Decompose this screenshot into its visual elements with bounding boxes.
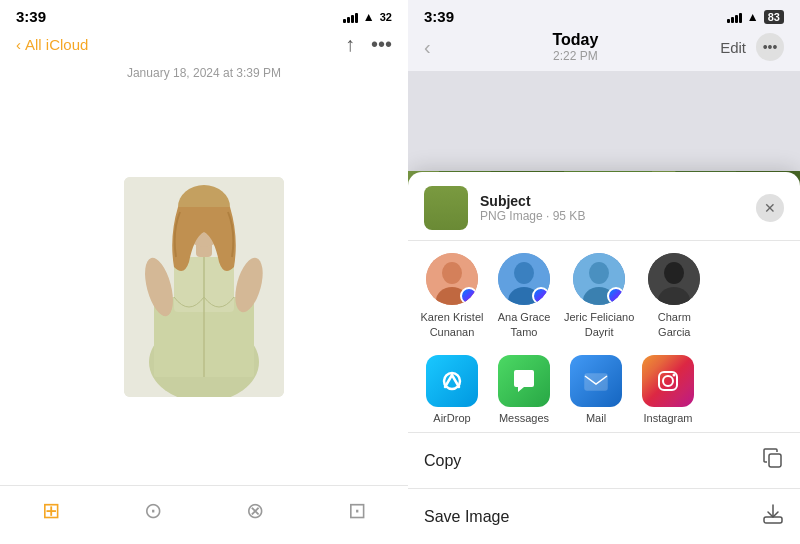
camera-tab-icon[interactable]: ⊙ <box>144 498 162 524</box>
svg-point-36 <box>673 374 676 377</box>
share-file-info: PNG Image · 95 KB <box>480 209 756 223</box>
nav-subtitle: 2:22 PM <box>552 49 598 63</box>
messenger-badge <box>460 287 478 305</box>
mail-label: Mail <box>586 412 606 424</box>
photo-date: January 18, 2024 at 3:39 PM <box>0 64 408 88</box>
signal-icon <box>343 11 358 23</box>
svg-point-24 <box>514 262 534 284</box>
svg-point-35 <box>663 376 673 386</box>
edit-button[interactable]: Edit <box>720 39 746 56</box>
airdrop-app-item[interactable]: AirDrop <box>416 355 488 424</box>
content-top-area <box>408 71 800 171</box>
left-nav: ‹ All iCloud ↑ ••• <box>0 29 408 64</box>
nav-title: Today <box>552 31 598 49</box>
right-wifi-icon: ▲ <box>747 10 759 24</box>
nav-icons: ↑ ••• <box>345 33 392 56</box>
contact-name-2: Ana GraceTamo <box>498 310 551 339</box>
albums-tab-icon[interactable]: ⊗ <box>246 498 264 524</box>
contact-avatar-4 <box>648 253 700 305</box>
contact-item[interactable]: CharmGarcia <box>638 253 710 339</box>
left-status-bar: 3:39 ▲ 32 <box>0 0 408 29</box>
messages-icon <box>498 355 550 407</box>
share-thumbnail <box>424 186 468 230</box>
left-status-icons: ▲ 32 <box>343 10 392 24</box>
contact-item[interactable]: Jeric FelicianoDayrit <box>560 253 638 339</box>
airdrop-icon <box>426 355 478 407</box>
contact-item[interactable]: Ana GraceTamo <box>488 253 560 339</box>
library-tab-icon[interactable]: ⊞ <box>42 498 60 524</box>
back-chevron-icon[interactable]: ‹ <box>424 36 431 59</box>
share-sheet: Subject PNG Image · 95 KB ✕ Karen Kriste… <box>408 172 800 544</box>
right-status-bar: 3:39 ▲ 83 <box>408 0 800 29</box>
copy-action-row[interactable]: Copy <box>408 433 800 489</box>
right-panel: 3:39 ▲ 83 ‹ Today 2:22 PM Edit ••• <box>408 0 800 544</box>
right-status-icons: ▲ 83 <box>727 10 784 24</box>
messages-app-item[interactable]: Messages <box>488 355 560 424</box>
right-battery-icon: 83 <box>764 10 784 24</box>
messenger-badge-3 <box>607 287 625 305</box>
share-info: Subject PNG Image · 95 KB <box>480 193 756 223</box>
left-time: 3:39 <box>16 8 46 25</box>
right-nav: ‹ Today 2:22 PM Edit ••• <box>408 29 800 71</box>
svg-point-27 <box>589 262 609 284</box>
instagram-app-item[interactable]: Instagram <box>632 355 704 424</box>
mail-app-item[interactable]: Mail <box>560 355 632 424</box>
mail-icon <box>570 355 622 407</box>
right-time: 3:39 <box>424 8 454 25</box>
contact-avatar-3 <box>573 253 625 305</box>
share-icon[interactable]: ↑ <box>345 33 355 56</box>
contact-name-4: CharmGarcia <box>658 310 691 339</box>
svg-point-21 <box>442 262 462 284</box>
save-icon <box>762 503 784 530</box>
more-icon[interactable]: ••• <box>371 33 392 56</box>
left-panel: 3:39 ▲ 32 ‹ All iCloud ↑ ••• January 18,… <box>0 0 408 544</box>
photo-image[interactable] <box>124 177 284 397</box>
svg-rect-37 <box>769 454 781 467</box>
apps-row: AirDrop Messages Mail <box>408 347 800 433</box>
battery-icon: 32 <box>380 11 392 23</box>
share-title: Subject <box>480 193 756 209</box>
wifi-icon: ▲ <box>363 10 375 24</box>
search-tab-icon[interactable]: ⊡ <box>348 498 366 524</box>
contacts-row: Karen KristelCunanan Ana GraceTamo <box>408 241 800 347</box>
save-action-row[interactable]: Save Image <box>408 489 800 544</box>
messenger-badge-2 <box>532 287 550 305</box>
airdrop-label: AirDrop <box>433 412 470 424</box>
more-button[interactable]: ••• <box>756 33 784 61</box>
nav-title-block: Today 2:22 PM <box>552 31 598 63</box>
contact-avatar-1 <box>426 253 478 305</box>
copy-icon <box>762 447 784 474</box>
right-signal-icon <box>727 11 742 23</box>
messages-label: Messages <box>499 412 549 424</box>
svg-rect-33 <box>585 374 607 390</box>
share-header: Subject PNG Image · 95 KB ✕ <box>408 172 800 241</box>
save-label: Save Image <box>424 508 509 526</box>
chevron-left-icon: ‹ <box>16 36 21 53</box>
contact-name-3: Jeric FelicianoDayrit <box>564 310 634 339</box>
right-nav-actions: Edit ••• <box>720 33 784 61</box>
photo-view <box>0 88 408 485</box>
instagram-icon <box>642 355 694 407</box>
instagram-label: Instagram <box>644 412 693 424</box>
copy-label: Copy <box>424 452 461 470</box>
contact-avatar-2 <box>498 253 550 305</box>
back-label: All iCloud <box>25 36 88 53</box>
share-close-button[interactable]: ✕ <box>756 194 784 222</box>
bottom-tabs: ⊞ ⊙ ⊗ ⊡ <box>0 485 408 544</box>
back-button[interactable]: ‹ All iCloud <box>16 36 88 53</box>
contact-item[interactable]: Karen KristelCunanan <box>416 253 488 339</box>
svg-point-30 <box>664 262 684 284</box>
contact-name-1: Karen KristelCunanan <box>421 310 484 339</box>
